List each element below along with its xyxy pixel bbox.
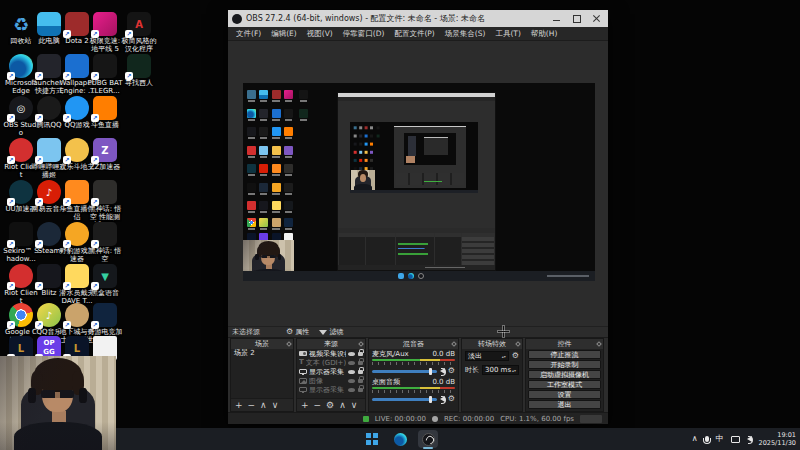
visibility-eye-icon[interactable] bbox=[348, 361, 355, 365]
desktop-icon-label: ZZ加速器 bbox=[87, 163, 123, 171]
volume-slider[interactable] bbox=[372, 398, 437, 401]
desktop-icon-pubg[interactable]: ↗PUBG BATTLEGR... bbox=[87, 54, 123, 95]
close-button[interactable] bbox=[590, 13, 604, 24]
spinner-icons[interactable]: ▴▾ bbox=[502, 355, 506, 358]
lock-icon[interactable] bbox=[358, 352, 363, 356]
cpu-status-text: CPU: 1.1%, 60.00 fps bbox=[500, 415, 574, 423]
control-button-2[interactable]: 开始录制 bbox=[528, 360, 601, 369]
desktop-icon-forza-horizon-5[interactable]: ↗极限竞速: 地平线 5 bbox=[87, 12, 123, 53]
maximize-button[interactable] bbox=[570, 13, 584, 24]
shortcut-arrow-icon: ↗ bbox=[91, 72, 99, 80]
rec-status-icon bbox=[432, 416, 438, 422]
microphone-icon[interactable] bbox=[705, 436, 709, 442]
menu-item-2[interactable]: 编辑(E) bbox=[266, 29, 302, 39]
down-icon[interactable]: ∨ bbox=[272, 400, 279, 410]
down-icon[interactable]: ∨ bbox=[351, 400, 358, 410]
properties-button[interactable]: ⚙ 属性 bbox=[286, 327, 309, 337]
desktop-icon-heibox-voice[interactable]: ▼↗黑盒语音 bbox=[87, 264, 123, 297]
menu-item-8[interactable]: 帮助(H) bbox=[526, 29, 563, 39]
up-icon[interactable]: ∧ bbox=[339, 400, 346, 410]
dock-pin-icon[interactable] bbox=[596, 341, 602, 347]
speaker-icon[interactable] bbox=[440, 368, 445, 374]
visibility-eye-icon[interactable] bbox=[348, 379, 355, 383]
preview-canvas[interactable] bbox=[243, 83, 595, 281]
speaker-icon[interactable] bbox=[440, 396, 445, 402]
control-button-6[interactable]: 退出 bbox=[528, 400, 601, 409]
visibility-eye-icon[interactable] bbox=[348, 370, 355, 374]
visibility-eye-icon[interactable] bbox=[348, 352, 355, 356]
start-button[interactable] bbox=[362, 430, 382, 448]
transition-select[interactable]: 淡出 ▴▾ bbox=[465, 351, 509, 361]
lock-icon[interactable] bbox=[358, 361, 363, 365]
taskbar-edge-button[interactable] bbox=[390, 430, 410, 448]
menu-item-4[interactable]: 停靠窗口(D) bbox=[338, 29, 390, 39]
duration-input[interactable]: 300 ms ▴▾ bbox=[482, 365, 519, 375]
menu-item-3[interactable]: 视图(V) bbox=[302, 29, 338, 39]
spinner-icons[interactable]: ▴▾ bbox=[512, 369, 516, 372]
uu-booster-icon: ↗ bbox=[9, 180, 33, 204]
preview-obs-menubar bbox=[338, 97, 495, 101]
dock-pin-icon[interactable] bbox=[515, 341, 521, 347]
transition-gear-icon[interactable]: ⚙ bbox=[512, 352, 519, 360]
tray-chevron-icon[interactable]: ∧ bbox=[692, 434, 698, 444]
desktop-icon-zz-booster[interactable]: Z↗ZZ加速器 bbox=[87, 138, 123, 171]
dock-pin-icon[interactable] bbox=[286, 341, 292, 347]
webcam-overlay[interactable] bbox=[0, 356, 116, 450]
live-status-icon bbox=[363, 416, 369, 422]
menu-item-6[interactable]: 场景集合(S) bbox=[440, 29, 491, 39]
preview-icon-finding-game bbox=[299, 109, 308, 118]
up-icon[interactable]: ∧ bbox=[260, 400, 267, 410]
desktop-icon-wukong-benchmark[interactable]: ↗黑神话: 悟空 性能测试工具 bbox=[87, 180, 123, 222]
source-row[interactable]: 显示器采集 bbox=[297, 385, 365, 394]
menu-item-5[interactable]: 配置文件(P) bbox=[389, 29, 439, 39]
lock-icon[interactable] bbox=[358, 370, 363, 374]
scenes-dock-header: 场景 bbox=[231, 339, 293, 349]
network-icon[interactable] bbox=[731, 436, 740, 443]
mixer-gear-icon[interactable]: ⚙ bbox=[448, 367, 455, 375]
remove-icon[interactable]: − bbox=[314, 400, 322, 410]
taskbar-clock[interactable]: 19:01 2025/11/30 bbox=[759, 431, 796, 447]
riot-client-icon: ↗ bbox=[9, 138, 33, 162]
clock-date: 2025/11/30 bbox=[759, 439, 796, 447]
desktop-icon-finding-game[interactable]: ↗寻找西人 bbox=[121, 54, 157, 87]
duration-value: 300 ms bbox=[485, 366, 511, 374]
dock-pin-icon[interactable] bbox=[358, 341, 364, 347]
ime-indicator[interactable]: 中 bbox=[716, 434, 724, 444]
desktop: ♻回收站此电脑↗Dota 2↗极限竞速: 地平线 5A↗极简风格的汉化程序↗Mi… bbox=[0, 0, 800, 450]
desktop-icon-localization-tool[interactable]: A↗极简风格的汉化程序 bbox=[121, 12, 157, 53]
minimize-button[interactable] bbox=[550, 13, 564, 24]
preview-icon-qq-games bbox=[272, 127, 281, 136]
control-button-5[interactable]: 设置 bbox=[528, 390, 601, 399]
desktop-icon-black-myth-wukong[interactable]: ↗黑神话: 悟空 bbox=[87, 222, 123, 263]
gear-icon[interactable]: ⚙ bbox=[326, 400, 334, 410]
obs-logo-icon bbox=[232, 14, 242, 24]
launcher-shortcut-icon: ↗ bbox=[37, 54, 61, 78]
add-icon[interactable]: + bbox=[235, 400, 243, 410]
visibility-eye-icon[interactable] bbox=[348, 388, 355, 392]
menu-item-7[interactable]: 工具(T) bbox=[490, 29, 525, 39]
add-icon[interactable]: + bbox=[301, 400, 309, 410]
control-button-3[interactable]: 启动虚拟摄像机 bbox=[528, 370, 601, 379]
volume-slider[interactable] bbox=[372, 370, 437, 373]
volume-slider-handle[interactable] bbox=[429, 396, 432, 403]
desktop-icon-douyu-live[interactable]: ↗斗鱼直播 bbox=[87, 96, 123, 129]
dock-pin-icon[interactable] bbox=[451, 341, 457, 347]
scene-row[interactable]: 场景 2 bbox=[231, 349, 293, 358]
shortcut-arrow-icon: ↗ bbox=[63, 198, 71, 206]
control-button-1[interactable]: 停止推流 bbox=[528, 350, 601, 359]
transitions-dock-header: 转场特效 bbox=[462, 339, 522, 349]
mixer-gear-icon[interactable]: ⚙ bbox=[448, 395, 455, 403]
taskbar-obs-button[interactable] bbox=[418, 430, 438, 448]
lock-icon[interactable] bbox=[358, 388, 363, 392]
shortcut-arrow-icon: ↗ bbox=[7, 72, 15, 80]
control-button-4[interactable]: 工作室模式 bbox=[528, 380, 601, 389]
volume-icon[interactable] bbox=[747, 436, 752, 442]
volume-slider-handle[interactable] bbox=[429, 368, 432, 375]
filters-button[interactable]: 滤镜 bbox=[319, 327, 343, 337]
source-row[interactable]: T文本 (GDI+) bbox=[297, 358, 365, 367]
shortcut-arrow-icon: ↗ bbox=[35, 156, 43, 164]
remove-icon[interactable]: − bbox=[248, 400, 256, 410]
lock-icon[interactable] bbox=[358, 379, 363, 383]
shortcut-arrow-icon: ↗ bbox=[125, 30, 133, 38]
menu-item-1[interactable]: 文件(F) bbox=[231, 29, 266, 39]
